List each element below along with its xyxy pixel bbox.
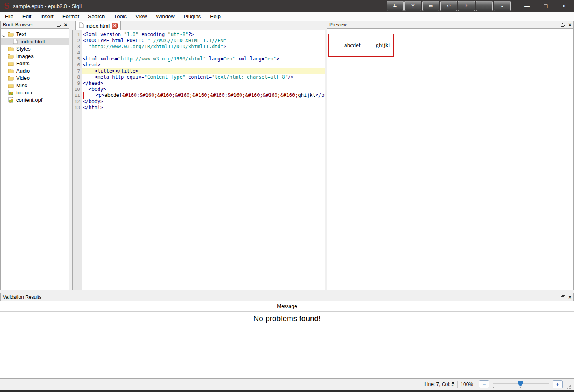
tab-index-html[interactable]: index.html ✕ (75, 21, 121, 30)
undo-button[interactable]: ↩ (440, 1, 457, 11)
preview-header[interactable]: Preview × (327, 21, 574, 29)
close-panel-icon[interactable]: × (64, 23, 67, 27)
folder-icon (7, 61, 14, 66)
file-icon (79, 22, 84, 29)
tree-item-label: index.html (21, 39, 45, 45)
code-text (82, 50, 325, 56)
menu-plugins[interactable]: Plugins (179, 12, 206, 21)
tree-item-label: Fonts (16, 60, 30, 66)
float-panel-icon[interactable] (57, 23, 61, 27)
code-text: </html> (82, 105, 325, 111)
zoom-out-button[interactable]: − (479, 380, 489, 388)
code-line-6[interactable]: 6<head> (73, 62, 325, 68)
float-panel-icon[interactable] (561, 23, 565, 27)
validation-panel: Validation Results × Message No problems… (0, 293, 574, 377)
tree-item-label: Misc (16, 82, 27, 88)
dot-button[interactable]: ▪ (494, 1, 511, 11)
code-line-1[interactable]: 1<?xml version="1.0" encoding="utf-8"?> (73, 32, 325, 38)
code-line-12[interactable]: 12</body> (73, 99, 325, 105)
tree-item-styles[interactable]: Styles (1, 45, 69, 52)
code-text: <head> (82, 62, 325, 68)
menu-window[interactable]: Window (151, 12, 179, 21)
code-line-2[interactable]: 2<!DOCTYPE html PUBLIC "-//W3C//DTD XHTM… (73, 38, 325, 44)
tree-item-video[interactable]: Video (1, 74, 69, 81)
tree-item-toc-ncx[interactable]: toc.ncx (1, 89, 69, 96)
tree-item-index-html[interactable]: index.html (1, 38, 69, 45)
zoom-slider-handle[interactable] (518, 381, 523, 387)
doc-icon (7, 97, 14, 103)
tree-item-text[interactable]: Text (1, 30, 69, 38)
editor-panel: index.html ✕ 1<?xml version="1.0" encodi… (72, 21, 325, 290)
tree-item-label: Images (16, 53, 34, 59)
menu-format[interactable]: Format (58, 12, 84, 21)
book-browser-header[interactable]: Book Browser × (0, 21, 69, 29)
validation-table: Message No problems found! (0, 301, 574, 378)
tree-item-label: Video (16, 75, 30, 81)
tree-item-images[interactable]: Images (1, 52, 69, 60)
line-number: 4 (73, 50, 82, 56)
dash-button[interactable]: − (476, 1, 493, 11)
zoom-in-button[interactable]: + (553, 380, 563, 388)
tree-item-audio[interactable]: Audio (1, 67, 69, 74)
zoom-slider[interactable] (493, 380, 549, 389)
tree-item-content-opf[interactable]: content.opf (1, 96, 69, 103)
wrench-icon: Y (411, 4, 414, 9)
line-number: 9 (73, 80, 82, 86)
doc-icon (7, 90, 14, 95)
tree-item-misc[interactable]: Misc (1, 81, 69, 89)
line-number: 6 (73, 62, 82, 68)
tree-item-label: Text (16, 31, 26, 37)
menu-tools[interactable]: Tools (109, 12, 131, 21)
close-panel-icon[interactable]: × (568, 23, 572, 27)
book-browser-panel: Book Browser × Textindex.htmlStylesImage… (0, 21, 69, 290)
menu-edit[interactable]: Edit (18, 12, 36, 21)
line-number: 1 (73, 32, 82, 38)
minimize-button[interactable]: — (518, 0, 536, 12)
menu-file[interactable]: File (0, 12, 18, 21)
menu-insert[interactable]: Insert (36, 12, 58, 21)
resize-grip-icon[interactable] (567, 384, 572, 390)
tab-label: index.html (86, 23, 110, 29)
chevrons-down-button[interactable]: ⇊ (387, 1, 404, 11)
menu-view[interactable]: View (131, 12, 151, 21)
dot-icon: ▪ (501, 4, 503, 9)
tree-item-label: Audio (16, 68, 30, 74)
menu-help[interactable]: Help (205, 12, 225, 21)
folder-icon (7, 46, 14, 51)
pin-button[interactable]: ⊦ (458, 1, 475, 11)
folder-icon (7, 75, 14, 81)
tab-close-icon[interactable]: ✕ (112, 23, 118, 29)
validation-header[interactable]: Validation Results × (0, 293, 574, 301)
close-panel-icon[interactable]: × (568, 295, 572, 299)
pin-icon: ⊦ (465, 3, 468, 9)
code-text: <html xmlns="http://www.w3.org/1999/xhtm… (82, 56, 325, 62)
menu-search[interactable]: Search (84, 12, 109, 21)
code-line-13[interactable]: 13</html> (73, 105, 325, 111)
code-line-8[interactable]: 8 <meta http-equiv="Content-Type" conten… (73, 74, 325, 80)
float-panel-icon[interactable] (561, 295, 565, 299)
code-editor[interactable]: 1<?xml version="1.0" encoding="utf-8"?>2… (72, 30, 325, 290)
close-button[interactable]: × (555, 0, 574, 12)
validation-message-column-header[interactable]: Message (0, 301, 574, 312)
dash-icon: − (483, 4, 486, 9)
code-text: <?xml version="1.0" encoding="utf-8"?> (82, 32, 325, 38)
titlebar[interactable]: S sample.epub - epub2.0 - Sigil ⇊Y▭↩⊦−▪ … (0, 0, 574, 12)
code-line-7[interactable]: 7 <title></title> (73, 68, 325, 74)
maximize-button[interactable]: □ (536, 0, 555, 12)
validation-result-row[interactable]: No problems found! (0, 312, 574, 326)
slider-tick (548, 387, 548, 388)
line-number: 2 (73, 38, 82, 44)
wrench-button[interactable]: Y (404, 1, 421, 11)
code-line-4[interactable]: 4 (73, 50, 325, 56)
tree-item-label: content.opf (16, 97, 42, 103)
code-line-9[interactable]: 9</head> (73, 80, 325, 86)
code-line-5[interactable]: 5<html xmlns="http://www.w3.org/1999/xht… (73, 56, 325, 62)
code-line-11[interactable]: 11 <p>abcdef&#160;&#160;&#160;&#160;&#16… (73, 92, 325, 99)
preview-content[interactable]: abcdef ghijkl (327, 29, 574, 290)
code-line-3[interactable]: 3 "http://www.w3.org/TR/xhtml11/DTD/xhtm… (73, 44, 325, 50)
slider-tick (520, 387, 521, 388)
screen-button[interactable]: ▭ (422, 1, 439, 11)
validation-title: Validation Results (3, 294, 41, 300)
menubar: FileEditInsertFormatSearchToolsViewWindo… (0, 12, 574, 21)
tree-item-fonts[interactable]: Fonts (1, 60, 69, 67)
